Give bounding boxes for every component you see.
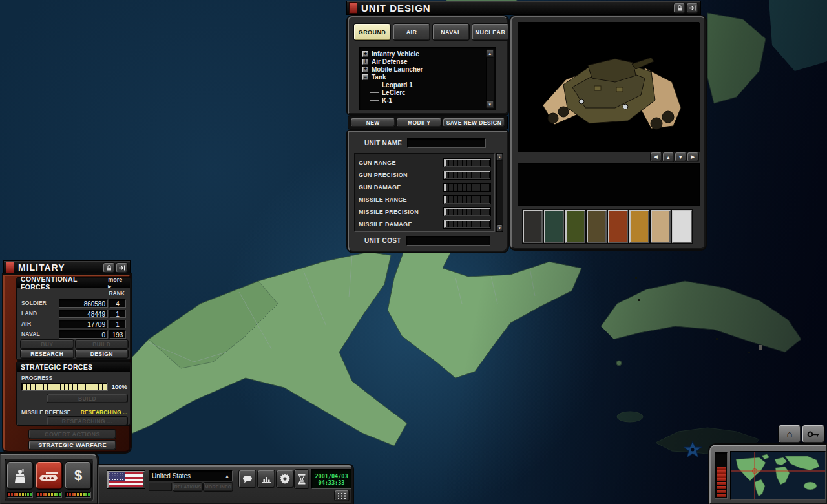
landmass-bahamas	[707, 13, 766, 103]
camo-swatch-2[interactable]	[544, 210, 564, 243]
expand-icon[interactable]: +	[362, 59, 368, 65]
rotate-right-icon[interactable]: ▶	[687, 152, 698, 162]
camo-swatch-5[interactable]	[608, 210, 628, 243]
settings-button[interactable]	[277, 470, 293, 487]
camo-swatch-6[interactable]	[629, 210, 649, 243]
tree-scrollbar[interactable]: ▲ ▼	[486, 49, 494, 109]
camo-swatch-4[interactable]	[587, 210, 607, 243]
strategic-warfare-button[interactable]: STRATEGIC WARFARE	[29, 441, 116, 450]
missile-range-slider[interactable]	[444, 196, 490, 204]
tree-item-label: Tank	[372, 74, 386, 81]
missile-defense-research-button: RESEARCHING ...	[47, 417, 127, 425]
minimap-panel	[709, 445, 827, 504]
missile-damage-slider[interactable]	[444, 220, 490, 228]
unit-3d-viewport[interactable]	[518, 22, 700, 151]
missile-precision-slider[interactable]	[444, 208, 490, 216]
politics-sphere-button[interactable]	[7, 462, 33, 489]
tree-item-mobile-launcher[interactable]: + Mobile Launcher	[362, 65, 485, 73]
title-accent	[349, 2, 357, 14]
country-dropdown[interactable]: United States ▲	[149, 470, 233, 481]
unit-name-label: UNIT NAME	[364, 140, 402, 147]
gear-icon	[280, 474, 290, 484]
tree-item-infantry-vehicle[interactable]: + Infantry Vehicle	[362, 50, 485, 58]
tree-item-air-defense[interactable]: + Air Defense	[362, 58, 485, 65]
unit-name-input[interactable]	[407, 138, 486, 148]
economy-sphere-button[interactable]: $	[65, 462, 91, 489]
expand-icon[interactable]: +	[362, 67, 368, 72]
tree-item-label: Leopard 1	[382, 81, 413, 89]
tree-item-k-1[interactable]: K-1	[362, 96, 485, 104]
camo-swatch-1[interactable]	[523, 210, 543, 243]
game-clock: 2001/04/03 04:33:33	[311, 469, 351, 489]
stat-label: SOLDIER	[21, 300, 59, 306]
stat-label: LAND	[21, 310, 59, 317]
stat-rank: 1	[109, 310, 126, 318]
unit-design-titlebar: UNIT DESIGN	[346, 1, 701, 15]
scroll-down-icon[interactable]: ▼	[497, 225, 503, 231]
tab-naval[interactable]: NAVAL	[433, 24, 469, 40]
tree-item-leopard-1[interactable]: Leopard 1	[362, 81, 485, 89]
camo-swatch-8[interactable]	[672, 210, 692, 243]
gun-damage-label: GUN DAMAGE	[359, 184, 444, 191]
bar-resize-button[interactable]	[335, 490, 349, 501]
dollar-icon: $	[74, 467, 82, 484]
podium-speaker-icon	[13, 468, 27, 483]
scroll-up-icon[interactable]: ▲	[497, 154, 503, 160]
strategic-forces-header: STRATEGIC FORCES	[21, 363, 92, 371]
sliders-scrollbar[interactable]: ▲ ▼	[496, 153, 503, 232]
new-button[interactable]: NEW	[351, 118, 395, 127]
research-button[interactable]: RESEARCH	[21, 350, 74, 358]
country-flag-usa	[107, 471, 145, 488]
chat-button[interactable]	[239, 470, 256, 487]
missile-damage-label: MISSILE DAMAGE	[359, 221, 444, 227]
minimap-zoom-button[interactable]	[802, 425, 824, 443]
tab-ground[interactable]: GROUND	[354, 24, 390, 40]
stat-value: 17709	[59, 320, 108, 328]
stat-label: AIR	[21, 320, 59, 327]
speech-bubble-icon	[242, 475, 253, 483]
stat-label: NAVAL	[21, 331, 59, 337]
expand-icon[interactable]: +	[362, 51, 368, 57]
more-link[interactable]: more ▸	[108, 277, 127, 289]
rotate-up-icon[interactable]: ▲	[663, 152, 674, 162]
rotate-left-icon[interactable]: ◀	[651, 152, 662, 162]
tab-air[interactable]: AIR	[393, 24, 430, 40]
collapse-icon[interactable]: −	[362, 74, 368, 80]
tree-item-tank[interactable]: − Tank	[362, 73, 485, 81]
title-accent	[6, 262, 14, 273]
hourglass-icon	[298, 474, 306, 485]
tank-3d-render	[518, 23, 700, 152]
landmass-jamaica	[617, 412, 643, 422]
scroll-up-icon[interactable]: ▲	[487, 50, 494, 57]
camo-swatch-row	[523, 210, 692, 243]
close-window-button[interactable]	[687, 3, 698, 13]
missile-defense-status: RESEARCHING ...	[81, 409, 127, 415]
tab-nuclear[interactable]: NUCLEAR	[472, 24, 508, 40]
conventional-forces-header: CONVENTIONAL FORCES	[21, 275, 108, 291]
camo-swatch-7[interactable]	[651, 210, 671, 243]
camo-swatch-3[interactable]	[565, 210, 585, 243]
unit-category-panel: GROUND AIR NAVAL NUCLEAR + Infantry Vehi…	[348, 16, 508, 114]
pin-lock-button[interactable]	[103, 263, 114, 273]
design-button[interactable]: DESIGN	[76, 350, 129, 358]
close-window-button[interactable]	[116, 263, 127, 273]
more-info-button: MORE INFO	[204, 483, 233, 491]
home-icon: ⌂	[786, 428, 792, 439]
save-new-design-button[interactable]: SAVE NEW DESIGN	[443, 118, 505, 127]
scroll-down-icon[interactable]: ▼	[487, 101, 494, 108]
gun-damage-slider[interactable]	[444, 184, 490, 191]
shallow-bank	[769, 0, 827, 71]
zoom-level-meter[interactable]	[715, 452, 728, 499]
gun-precision-slider[interactable]	[444, 171, 490, 179]
gun-range-slider[interactable]	[444, 159, 490, 167]
dropdown-arrow-icon: ▲	[225, 474, 229, 478]
pin-lock-button[interactable]	[674, 3, 685, 13]
rotate-down-icon[interactable]: ▼	[675, 152, 686, 162]
minimap[interactable]	[731, 452, 825, 499]
tree-item-leclerc[interactable]: LeClerc	[362, 89, 485, 96]
time-control-button[interactable]	[295, 470, 309, 488]
modify-button[interactable]: MODIFY	[397, 118, 441, 127]
military-sphere-button[interactable]	[36, 462, 62, 489]
statistics-button[interactable]	[258, 470, 275, 487]
minimap-home-button[interactable]: ⌂	[779, 425, 801, 443]
